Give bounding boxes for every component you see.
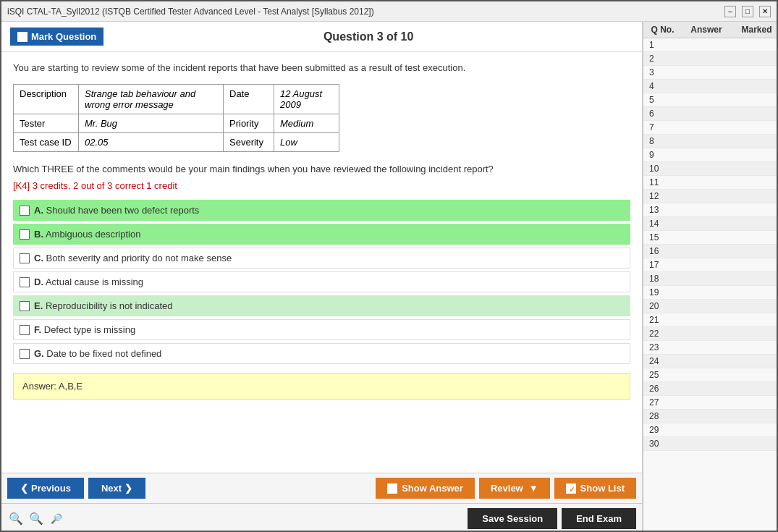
option-b[interactable]: B. Ambiguous description <box>13 224 630 245</box>
review-button[interactable]: Review ▼ <box>479 478 550 499</box>
sub-question-text: Which THREE of the comments would be you… <box>13 162 630 177</box>
option-e[interactable]: E. Reproducibility is not indicated <box>13 295 630 316</box>
top-bar: Mark Question Question 3 of 10 <box>1 22 642 52</box>
option-label-g: G. Date to be fixed not defined <box>34 348 161 359</box>
minimize-button[interactable]: – <box>724 6 736 17</box>
question-row[interactable]: 8 <box>643 135 777 148</box>
q-num: 3 <box>643 67 676 77</box>
q-num: 6 <box>643 109 676 119</box>
question-row[interactable]: 2 <box>643 52 777 66</box>
question-row[interactable]: 21 <box>643 313 777 327</box>
question-row[interactable]: 11 <box>643 176 777 190</box>
mark-question-label: Mark Question <box>31 31 96 42</box>
question-title: Question 3 of 10 <box>103 30 633 43</box>
question-row[interactable]: 30 <box>643 437 777 451</box>
previous-label: Previous <box>31 483 71 494</box>
question-row[interactable]: 19 <box>643 286 777 300</box>
question-row[interactable]: 10 <box>643 162 777 176</box>
window-controls: – □ ✕ <box>724 6 771 17</box>
q-num: 23 <box>643 342 676 352</box>
question-row[interactable]: 9 <box>643 148 777 162</box>
option-label-f: F. Defect type is missing <box>34 324 135 335</box>
question-row[interactable]: 18 <box>643 272 777 286</box>
question-row[interactable]: 25 <box>643 368 777 382</box>
option-g[interactable]: G. Date to be fixed not defined <box>13 343 630 364</box>
end-exam-button[interactable]: End Exam <box>562 508 636 529</box>
question-row[interactable]: 20 <box>643 300 777 313</box>
review-dropdown-icon: ▼ <box>529 483 538 494</box>
right-panel: Q No. Answer Marked 1 2 3 4 5 6 7 8 9 <box>643 22 777 532</box>
q-num: 4 <box>643 81 676 91</box>
zoom-reset-button[interactable]: 🔍 <box>28 510 45 528</box>
option-label-e: E. Reproducibility is not indicated <box>34 300 173 311</box>
q-num: 7 <box>643 122 676 132</box>
question-row[interactable]: 4 <box>643 80 777 93</box>
q-num: 10 <box>643 164 676 174</box>
options-container: A. Should have been two defect reportsB.… <box>13 200 630 364</box>
q-num: 15 <box>643 232 676 242</box>
q-num: 20 <box>643 301 676 311</box>
option-a[interactable]: A. Should have been two defect reports <box>13 200 630 221</box>
close-button[interactable]: ✕ <box>759 6 771 17</box>
q-num: 28 <box>643 411 676 421</box>
question-row[interactable]: 23 <box>643 341 777 355</box>
question-row[interactable]: 22 <box>643 327 777 341</box>
question-row[interactable]: 5 <box>643 93 777 107</box>
show-list-button[interactable]: ✓ Show List <box>554 478 636 499</box>
q-num: 12 <box>643 191 676 201</box>
option-c[interactable]: C. Both severity and priority do not mak… <box>13 248 630 269</box>
option-label-a: A. Should have been two defect reports <box>34 205 199 216</box>
maximize-button[interactable]: □ <box>742 6 753 17</box>
checkbox-icon <box>17 32 28 42</box>
zoom-out-button[interactable]: 🔍 <box>7 510 25 528</box>
zoom-in-button[interactable]: 🔎 <box>48 510 65 528</box>
show-list-label: Show List <box>580 483 625 494</box>
q-num: 17 <box>643 260 676 270</box>
option-label-c: C. Both severity and priority do not mak… <box>34 253 232 263</box>
right-panel-header: Q No. Answer Marked <box>643 22 777 38</box>
question-row[interactable]: 15 <box>643 231 777 245</box>
answer-label: Answer: A,B,E <box>22 381 83 392</box>
question-row[interactable]: 12 <box>643 190 777 203</box>
save-session-button[interactable]: Save Session <box>468 508 557 529</box>
next-button[interactable]: Next ❯ <box>88 478 145 499</box>
previous-button[interactable]: ❮ Previous <box>7 478 84 499</box>
question-row[interactable]: 29 <box>643 423 777 437</box>
question-row[interactable]: 28 <box>643 410 777 423</box>
q-num: 22 <box>643 329 676 339</box>
question-text: You are starting to review some of the i… <box>13 61 630 75</box>
question-row[interactable]: 26 <box>643 382 777 396</box>
checkbox-a <box>20 206 30 216</box>
q-num: 26 <box>643 384 676 394</box>
checkbox-c <box>20 253 30 263</box>
question-row[interactable]: 6 <box>643 107 777 121</box>
question-row[interactable]: 16 <box>643 245 777 258</box>
q-num: 18 <box>643 274 676 284</box>
question-row[interactable]: 7 <box>643 121 777 135</box>
end-exam-label: End Exam <box>576 513 622 524</box>
q-num: 21 <box>643 315 676 325</box>
checkbox-b <box>20 229 30 240</box>
next-chevron-icon: ❯ <box>124 483 132 494</box>
mark-question-button[interactable]: Mark Question <box>10 28 103 46</box>
question-row[interactable]: 24 <box>643 355 777 368</box>
q-num: 5 <box>643 95 676 105</box>
option-d[interactable]: D. Actual cause is missing <box>13 271 630 292</box>
title-bar: iSQI CTAL-TA_Syll2012 (ISTQB Certified T… <box>1 1 777 22</box>
answer-box: Answer: A,B,E <box>13 373 630 400</box>
content-area: You are starting to review some of the i… <box>1 52 642 473</box>
q-num: 13 <box>643 205 676 215</box>
col-answer-header: Answer <box>676 25 737 35</box>
option-f[interactable]: F. Defect type is missing <box>13 319 630 340</box>
question-row[interactable]: 14 <box>643 217 777 231</box>
question-row[interactable]: 27 <box>643 396 777 410</box>
left-panel: Mark Question Question 3 of 10 You are s… <box>1 22 643 532</box>
show-answer-button[interactable]: Show Answer <box>376 478 475 499</box>
question-row[interactable]: 17 <box>643 258 777 272</box>
question-row[interactable]: 1 <box>643 38 777 52</box>
question-row[interactable]: 3 <box>643 66 777 80</box>
col-qno-header: Q No. <box>643 25 676 35</box>
bottom-bar: ❮ Previous Next ❯ Show Answer Review ▼ <box>1 473 642 503</box>
question-row[interactable]: 13 <box>643 203 777 217</box>
zoom-controls: 🔍 🔍 🔎 <box>7 510 65 528</box>
